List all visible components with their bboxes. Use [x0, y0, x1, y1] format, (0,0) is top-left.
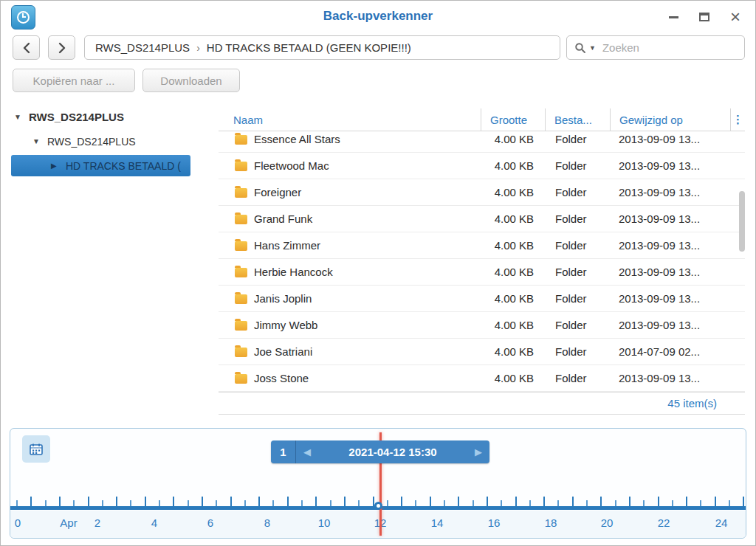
timeline-tick — [59, 497, 61, 506]
timeline-tick — [444, 500, 445, 506]
file-date: 2013-09-09 13... — [610, 206, 730, 232]
back-button[interactable] — [13, 35, 40, 60]
table-row[interactable]: Hans Zimmer4.00 KBFolder2013-09-09 13... — [219, 232, 745, 259]
file-date: 2013-09-09 13... — [610, 286, 730, 311]
column-options-icon[interactable]: ⋮ — [730, 108, 745, 131]
close-button[interactable]: × — [729, 10, 742, 24]
expand-arrow-icon[interactable]: ▶ — [51, 162, 59, 170]
file-name: Grand Funk — [254, 212, 312, 225]
table-row[interactable]: Foreigner4.00 KBFolder2013-09-09 13... — [219, 179, 745, 206]
timeline-tick — [487, 497, 488, 506]
table-row[interactable]: Fleetwood Mac4.00 KBFolder2013-09-09 13.… — [219, 153, 745, 179]
file-date: 2013-09-09 13... — [610, 259, 730, 285]
timeline-tick — [458, 497, 459, 506]
timeline-tick — [715, 497, 716, 506]
timeline-tick — [202, 497, 203, 506]
column-header-size[interactable]: Grootte — [481, 108, 545, 131]
file-size: 4.00 KB — [481, 232, 545, 258]
table-row[interactable]: Janis Joplin4.00 KBFolder2013-09-09 13..… — [219, 286, 745, 312]
timeline-tick — [686, 497, 687, 506]
selected-version-timestamp: 2021-04-12 15:30 — [318, 446, 467, 458]
folder-icon — [235, 321, 247, 331]
column-header-type[interactable]: Besta... — [545, 108, 610, 131]
calendar-button[interactable] — [22, 435, 50, 463]
collapse-arrow-icon[interactable]: ▼ — [14, 113, 22, 121]
search-options-caret-icon[interactable]: ▼ — [589, 44, 596, 52]
timeline-tick — [401, 497, 402, 506]
table-row[interactable]: Grand Funk4.00 KBFolder2013-09-09 13... — [219, 206, 745, 232]
table-row[interactable]: Joe Satriani4.00 KBFolder2014-07-09 02..… — [219, 339, 745, 365]
sidebar-item[interactable]: ▼RWS_DS214PLUS — [11, 106, 190, 128]
table-row[interactable]: Jimmy Webb4.00 KBFolder2013-09-09 13... — [219, 312, 745, 339]
folder-icon — [235, 215, 247, 224]
file-date: 2013-09-09 13... — [610, 312, 730, 338]
timeline-tick — [344, 497, 346, 506]
file-date: 2013-09-09 13... — [610, 179, 730, 205]
timeline-tick — [45, 500, 47, 506]
file-date: 2014-07-09 02... — [610, 339, 730, 364]
minimize-button[interactable] — [667, 10, 680, 24]
file-size: 4.00 KB — [481, 259, 545, 285]
folder-icon — [235, 294, 247, 304]
window-title: Back-upverkenner — [1, 9, 755, 24]
timeline-tick — [557, 500, 559, 506]
timeline-tick — [615, 500, 616, 506]
file-name: Foreigner — [254, 186, 301, 198]
timeline-tick — [415, 500, 416, 506]
folder-icon — [235, 188, 247, 198]
collapse-arrow-icon[interactable]: ▼ — [32, 137, 41, 145]
table-row[interactable]: Joss Stone4.00 KBFolder2013-09-09 13... — [219, 365, 745, 392]
scrollbar-thumb[interactable] — [739, 191, 745, 252]
timeline-tick — [130, 500, 131, 506]
timeline-tick — [88, 497, 89, 506]
file-list: Essence All Stars4.00 KBFolder2013-09-09… — [219, 131, 745, 392]
table-row[interactable]: Essence All Stars4.00 KBFolder2013-09-09… — [219, 131, 745, 153]
timeline-tick — [472, 500, 474, 506]
table-footer: 45 item(s) — [219, 392, 745, 415]
table-row[interactable]: Herbie Hancock4.00 KBFolder2013-09-09 13… — [219, 259, 745, 286]
column-header-date[interactable]: Gewijzigd op — [610, 108, 730, 131]
titlebar: Back-upverkenner × — [1, 1, 755, 34]
breadcrumb-root[interactable]: RWS_DS214PLUS — [95, 41, 190, 54]
next-version-icon[interactable]: ▶ — [467, 446, 489, 457]
breadcrumb-current[interactable]: HD TRACKS BETAALD (GEEN KOPIE!!!) — [207, 41, 411, 54]
copy-to-button[interactable]: Kopiëren naar ... — [13, 69, 135, 92]
timeline-tick — [301, 500, 303, 506]
timeline-tick — [272, 500, 274, 506]
timeline-tick — [287, 497, 289, 506]
sidebar-item[interactable]: ▶HD TRACKS BETAALD ( — [11, 155, 190, 176]
timeline-tick — [188, 500, 189, 506]
file-size: 4.00 KB — [481, 365, 545, 391]
download-button[interactable]: Downloaden — [142, 69, 240, 92]
sidebar-item[interactable]: ▼RWS_DS214PLUS — [11, 131, 190, 152]
maximize-icon — [699, 13, 709, 21]
maximize-button[interactable] — [698, 10, 711, 24]
sidebar-tree: ▼RWS_DS214PLUS▼RWS_DS214PLUS▶HD TRACKS B… — [1, 106, 201, 424]
search-box: ▼ — [566, 35, 745, 60]
timeline-tick — [330, 500, 331, 506]
file-browser: NaamGrootteBesta...Gewijzigd op⋮ Essence… — [219, 108, 745, 417]
timeline-tick — [244, 500, 246, 506]
timeline-pill: 1 ◀ 2021-04-12 15:30 ▶ — [271, 440, 489, 463]
file-size: 4.00 KB — [481, 286, 545, 311]
timeline-tick — [700, 500, 701, 506]
previous-version-icon[interactable]: ◀ — [296, 446, 318, 457]
file-type: Folder — [545, 232, 610, 258]
column-header-name[interactable]: Naam — [219, 108, 481, 131]
minimize-icon — [669, 16, 678, 18]
search-icon — [574, 42, 586, 54]
timeline-tick — [529, 500, 531, 506]
timeline-tick — [173, 497, 174, 506]
timeline-tick — [116, 497, 117, 506]
forward-button[interactable] — [48, 35, 75, 60]
file-type: Folder — [545, 153, 610, 179]
file-type: Folder — [545, 206, 610, 232]
file-date: 2013-09-09 13... — [610, 232, 730, 258]
file-name: Fleetwood Mac — [254, 159, 329, 172]
search-input[interactable] — [602, 41, 737, 54]
timeline-tick — [102, 500, 103, 506]
file-list-inner: Essence All Stars4.00 KBFolder2013-09-09… — [219, 131, 745, 392]
file-size: 4.00 KB — [481, 312, 545, 338]
timeline-handle[interactable] — [374, 502, 382, 510]
chevron-right-icon — [58, 42, 66, 54]
